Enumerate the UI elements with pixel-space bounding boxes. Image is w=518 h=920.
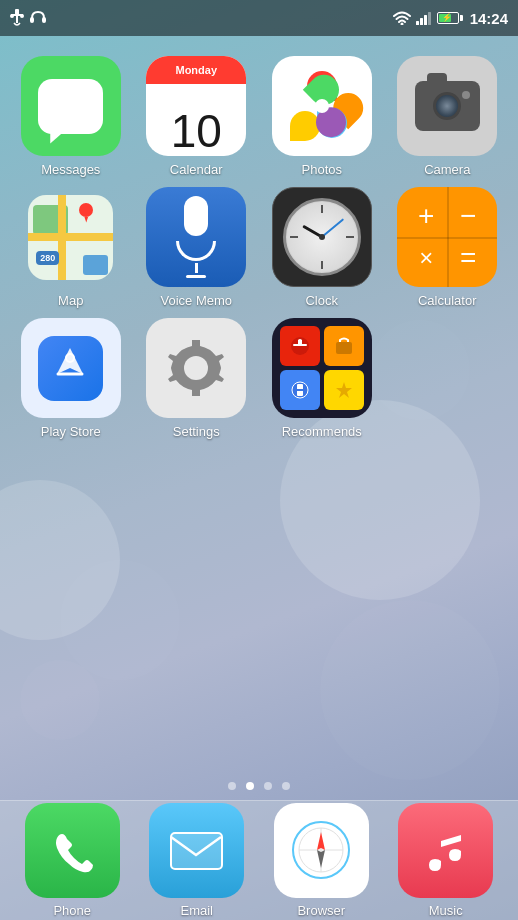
app-settings-label: Settings: [173, 424, 220, 439]
usb-icon: [10, 9, 24, 27]
calendar-day: Monday: [146, 56, 246, 84]
app-calendar-label: Calendar: [170, 162, 223, 177]
wifi-icon: [393, 11, 411, 25]
app-calculator-label: Calculator: [418, 293, 477, 308]
svg-point-14: [184, 356, 208, 380]
headset-icon: [30, 10, 46, 26]
app-clock[interactable]: Clock: [261, 187, 383, 308]
svg-rect-20: [294, 389, 306, 391]
calendar-date: 10: [171, 108, 222, 154]
svg-point-3: [20, 14, 24, 18]
svg-rect-11: [428, 12, 431, 25]
app-grid: Messages Monday 10 Calendar Photos: [0, 46, 518, 449]
app-settings[interactable]: Settings: [136, 318, 258, 439]
playstore-icon-svg: [38, 336, 103, 401]
app-calendar[interactable]: Monday 10 Calendar: [136, 56, 258, 177]
svg-rect-22: [171, 833, 222, 869]
page-dot-0[interactable]: [228, 782, 236, 790]
dock-email-label: Email: [180, 903, 213, 918]
settings-gear-svg: [161, 333, 231, 403]
app-recommends-label: Recommends: [282, 424, 362, 439]
app-messages-label: Messages: [41, 162, 100, 177]
page-dot-1[interactable]: [246, 782, 254, 790]
page-dot-2[interactable]: [264, 782, 272, 790]
dock: Phone Email Brow: [0, 800, 518, 920]
dock-phone-label: Phone: [53, 903, 91, 918]
page-dot-3[interactable]: [282, 782, 290, 790]
app-voicememo-label: Voice Memo: [160, 293, 232, 308]
music-icon-svg: [421, 823, 471, 878]
rec-mini-icon-2: [334, 336, 354, 356]
svg-rect-9: [420, 18, 423, 25]
phone-icon-svg: [47, 826, 97, 876]
status-right-icons: ⚡ 14:24: [393, 10, 508, 27]
rec-mini-icon-3: [290, 380, 310, 400]
dock-browser[interactable]: Browser: [274, 803, 369, 918]
rec-mini-icon-1: [290, 336, 310, 356]
rec-mini-icon-4: [334, 380, 354, 400]
app-playstore-label: Play Store: [41, 424, 101, 439]
dock-music[interactable]: Music: [398, 803, 493, 918]
app-map[interactable]: 280 Map: [10, 187, 132, 308]
dock-phone[interactable]: Phone: [25, 803, 120, 918]
svg-rect-16: [293, 344, 307, 346]
signal-icon: [416, 11, 432, 25]
app-map-label: Map: [58, 293, 83, 308]
app-camera-label: Camera: [424, 162, 470, 177]
app-camera[interactable]: Camera: [387, 56, 509, 177]
svg-rect-6: [42, 17, 46, 23]
app-clock-label: Clock: [305, 293, 338, 308]
email-icon-svg: [169, 831, 224, 871]
status-bar: ⚡ 14:24: [0, 0, 518, 36]
browser-icon-svg: [289, 818, 354, 883]
status-left-icons: [10, 9, 46, 27]
app-recommends[interactable]: Recommends: [261, 318, 383, 439]
svg-rect-10: [424, 15, 427, 25]
app-photos-label: Photos: [302, 162, 342, 177]
battery-icon: ⚡: [437, 12, 463, 24]
clock-display: 14:24: [470, 10, 508, 27]
svg-rect-8: [416, 21, 419, 25]
app-photos[interactable]: Photos: [261, 56, 383, 177]
svg-rect-17: [336, 342, 352, 354]
app-voicememo[interactable]: Voice Memo: [136, 187, 258, 308]
dock-email[interactable]: Email: [149, 803, 244, 918]
svg-point-13: [66, 354, 74, 362]
svg-point-7: [400, 23, 403, 26]
svg-rect-12: [38, 336, 103, 401]
dock-music-label: Music: [429, 903, 463, 918]
app-messages[interactable]: Messages: [10, 56, 132, 177]
dock-browser-label: Browser: [297, 903, 345, 918]
svg-rect-5: [30, 17, 34, 23]
svg-marker-21: [336, 382, 352, 398]
svg-point-2: [10, 14, 14, 18]
app-playstore[interactable]: Play Store: [10, 318, 132, 439]
app-calculator[interactable]: + − × = Calculator: [387, 187, 509, 308]
page-dots: [0, 782, 518, 790]
